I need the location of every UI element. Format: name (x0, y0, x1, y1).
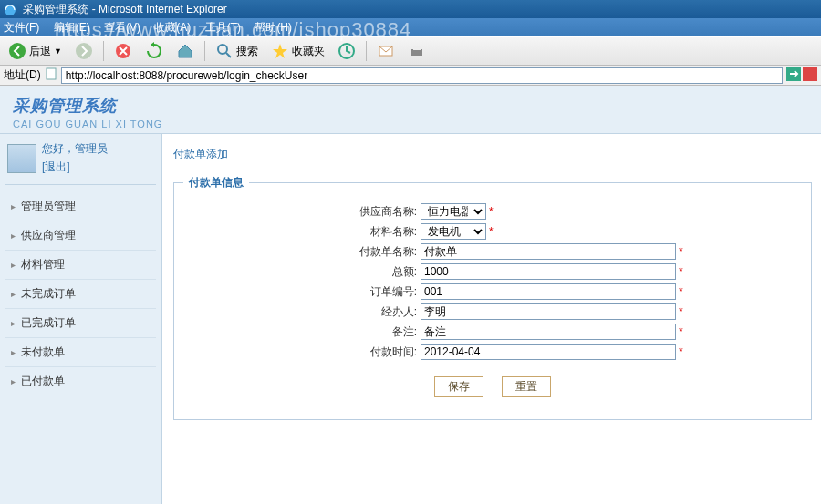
address-input[interactable] (61, 67, 783, 84)
logout-link[interactable]: [退出] (42, 159, 108, 175)
billname-label: 付款单名称: (183, 244, 421, 260)
required-star: * (679, 245, 683, 258)
app-title-zh: 采购管理系统 (13, 95, 808, 117)
handler-input[interactable] (421, 303, 676, 320)
back-arrow-icon (8, 42, 26, 60)
menu-view[interactable]: 查看(V) (104, 21, 140, 34)
required-star: * (679, 285, 683, 298)
orderno-label: 订单编号: (183, 284, 421, 300)
separator (366, 41, 367, 61)
back-button[interactable]: 后退 ▼ (4, 39, 67, 63)
svg-rect-8 (413, 46, 421, 50)
history-icon (338, 42, 356, 60)
button-row: 保存 重置 (183, 376, 802, 397)
home-button[interactable] (171, 39, 199, 63)
print-icon (408, 42, 426, 60)
billname-input[interactable] (421, 243, 676, 260)
required-star: * (489, 205, 494, 218)
svg-point-2 (76, 43, 92, 59)
window-titlebar: 采购管理系统 - Microsoft Internet Explorer (0, 0, 821, 18)
toolbar: 后退 ▼ 搜索 收藏夹 (0, 36, 821, 66)
material-select[interactable]: 发电机 (421, 223, 486, 240)
window-title: 采购管理系统 - Microsoft Internet Explorer (23, 3, 226, 15)
address-label: 地址(D) (4, 67, 41, 83)
svg-rect-7 (411, 49, 422, 56)
required-star: * (679, 305, 683, 318)
svg-point-0 (5, 5, 16, 15)
material-label: 材料名称: (183, 224, 421, 240)
history-button[interactable] (333, 39, 360, 63)
stop-icon (114, 42, 132, 60)
total-input[interactable] (421, 263, 676, 280)
app-header: 采购管理系统 CAI GOU GUAN LI XI TONG (0, 86, 821, 134)
menu-favorites[interactable]: 收藏(A) (154, 21, 191, 34)
refresh-button[interactable] (140, 39, 168, 63)
mail-icon (377, 42, 395, 60)
page: 采购管理系统 CAI GOU GUAN LI XI TONG 您好，管理员 [退… (0, 86, 821, 504)
menubar: 文件(F) 编辑(E) 查看(V) 收藏(A) 工具(T) 帮助(H) (0, 18, 821, 36)
total-label: 总额: (183, 264, 421, 280)
home-icon (176, 42, 194, 60)
search-label: 搜索 (236, 44, 258, 59)
paytime-input[interactable] (421, 344, 676, 360)
save-button[interactable]: 保存 (434, 376, 483, 397)
form-fieldset: 付款单信息 供应商名称: 恒力电器 * 材料名称: 发电机 * 付款单名称: * (173, 175, 812, 420)
chevron-down-icon: ▼ (54, 46, 62, 56)
reset-button[interactable]: 重置 (502, 376, 551, 397)
sidebar-item-unpaid[interactable]: 未付款单 (5, 338, 156, 367)
breadcrumb: 付款单添加 (173, 147, 812, 162)
svg-point-1 (9, 43, 26, 59)
separator (103, 41, 104, 61)
sidebar-item-done-orders[interactable]: 已完成订单 (5, 309, 156, 338)
forward-arrow-icon (75, 42, 93, 60)
sidebar-item-admin[interactable]: 管理员管理 (5, 192, 156, 221)
back-label: 后退 (29, 44, 51, 59)
user-greeting: 您好，管理员 (42, 141, 108, 157)
supplier-label: 供应商名称: (183, 204, 421, 220)
svg-rect-11 (803, 67, 817, 81)
sidebar-item-pending-orders[interactable]: 未完成订单 (5, 280, 156, 309)
sidebar: 您好，管理员 [退出] 管理员管理 供应商管理 材料管理 未完成订单 已完成订单… (0, 134, 162, 504)
form-legend: 付款单信息 (183, 175, 249, 190)
svg-rect-9 (47, 68, 56, 79)
page-icon (45, 67, 57, 83)
supplier-select[interactable]: 恒力电器 (421, 203, 486, 220)
refresh-icon (145, 42, 163, 60)
paytime-label: 付款时间: (183, 345, 421, 360)
links-icon[interactable] (803, 67, 817, 84)
search-icon (215, 42, 234, 60)
sidebar-item-supplier[interactable]: 供应商管理 (5, 221, 156, 251)
orderno-input[interactable] (421, 283, 676, 300)
user-box: 您好，管理员 [退出] (5, 139, 156, 185)
required-star: * (679, 265, 683, 278)
sidebar-item-paid[interactable]: 已付款单 (5, 367, 156, 396)
menu-file[interactable]: 文件(F) (4, 21, 39, 34)
sidebar-item-material[interactable]: 材料管理 (5, 251, 156, 280)
remark-input[interactable] (421, 324, 676, 340)
content: 付款单添加 付款单信息 供应商名称: 恒力电器 * 材料名称: 发电机 * 付款… (162, 134, 821, 504)
app-title-en: CAI GOU GUAN LI XI TONG (13, 118, 808, 129)
svg-point-4 (218, 45, 227, 54)
handler-label: 经办人: (183, 304, 421, 320)
ie-icon (4, 4, 16, 16)
menu-help[interactable]: 帮助(H) (255, 21, 292, 34)
print-button[interactable] (403, 39, 431, 63)
avatar (7, 144, 36, 173)
required-star: * (679, 345, 683, 358)
forward-button[interactable] (70, 39, 98, 63)
separator (204, 41, 205, 61)
mail-button[interactable] (372, 39, 400, 63)
required-star: * (489, 225, 494, 238)
star-icon (271, 42, 289, 60)
favorites-button[interactable]: 收藏夹 (266, 39, 329, 63)
required-star: * (679, 325, 683, 338)
remark-label: 备注: (183, 324, 421, 340)
favorites-label: 收藏夹 (292, 44, 325, 59)
menu-tools[interactable]: 工具(T) (205, 21, 241, 34)
go-button[interactable] (786, 67, 801, 84)
address-bar: 地址(D) (0, 66, 821, 86)
search-button[interactable]: 搜索 (211, 39, 263, 63)
stop-button[interactable] (109, 39, 137, 63)
menu-edit[interactable]: 编辑(E) (54, 21, 90, 34)
